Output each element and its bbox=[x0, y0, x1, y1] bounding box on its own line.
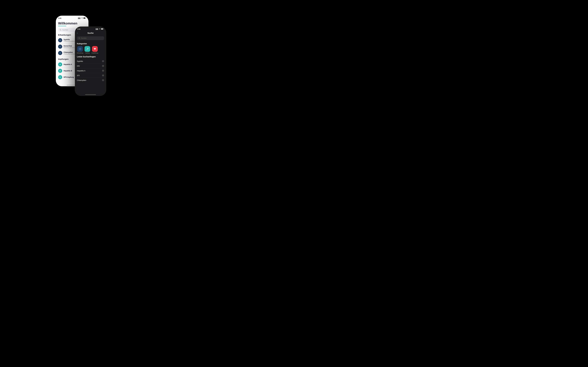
recent-item-syphilis[interactable]: Syphilis ✕ bbox=[77, 59, 104, 64]
erkrankung-label: Erkrankung bbox=[77, 52, 83, 54]
svg-line-19 bbox=[80, 39, 80, 39]
svg-point-8 bbox=[60, 46, 61, 47]
battery-icon-front bbox=[101, 28, 104, 30]
svg-point-18 bbox=[79, 38, 80, 39]
erkankungen-title: Erkankungen bbox=[58, 34, 71, 36]
syphilis-icon bbox=[58, 38, 62, 42]
status-icons-back: ▌▌▌ bbox=[78, 17, 86, 19]
vaccine-icon-1 bbox=[59, 64, 61, 65]
svg-point-10 bbox=[60, 53, 61, 53]
signal-icon: ▌▌▌ bbox=[78, 17, 81, 19]
svg-line-4 bbox=[61, 30, 61, 31]
recent-chlamydien-text: Chlamydien bbox=[77, 79, 86, 81]
categories-row: Erkrankung Impfung bbox=[77, 46, 104, 54]
svg-rect-1 bbox=[84, 18, 85, 18]
status-bar-back: 9:41 ▌▌▌ bbox=[56, 16, 88, 20]
search-page-title: Suche bbox=[87, 32, 94, 34]
scene: 9:41 ▌▌▌ bbox=[37, 10, 159, 112]
empfehlung-icon bbox=[94, 48, 96, 50]
category-impfung[interactable]: Impfung bbox=[85, 46, 90, 54]
disease-icon-2 bbox=[59, 46, 61, 48]
home-indicator-front bbox=[85, 94, 96, 95]
erkrankung-icon-wrap bbox=[77, 46, 83, 52]
time-back: 9:41 bbox=[58, 17, 61, 19]
recent-item-hiv[interactable]: HIV ✕ bbox=[77, 64, 104, 68]
recent-item-chlamydien[interactable]: Chlamydien ✕ bbox=[77, 78, 104, 83]
search-placeholder-front: Suchen bbox=[81, 37, 86, 39]
remove-sti-button[interactable]: ✕ bbox=[102, 74, 104, 76]
svg-line-22 bbox=[87, 49, 88, 49]
search-bar-front[interactable]: Suchen bbox=[77, 36, 104, 40]
category-erkrankung[interactable]: Erkrankung bbox=[77, 46, 83, 54]
battery-icon bbox=[83, 17, 86, 19]
recent-sti-text: STI bbox=[77, 75, 80, 76]
recent-hiv-text: HIV bbox=[77, 65, 80, 67]
vaccine-icon-2 bbox=[59, 70, 61, 72]
hepatitis-a-icon bbox=[58, 62, 62, 67]
remove-chlamydien-button[interactable]: ✕ bbox=[102, 79, 104, 81]
impfung-icon bbox=[86, 48, 89, 50]
empfehlung-icon-wrap bbox=[92, 46, 98, 52]
categories-title: Kategorien bbox=[77, 42, 104, 45]
erkrankung-icon bbox=[79, 48, 81, 50]
recent-syphilis-text: Syphilis bbox=[77, 60, 83, 62]
remove-hepatitis-a-button[interactable]: ✕ bbox=[102, 70, 104, 72]
gonorrhoe-icon bbox=[58, 45, 62, 49]
status-bar-front: 9:41 ▌▌▌ bbox=[75, 27, 106, 31]
wifi-icon-front bbox=[99, 28, 101, 30]
status-icons-front: ▌▌▌ bbox=[96, 28, 104, 30]
front-content: Kategorien Erkrankung bbox=[75, 41, 106, 84]
vaccine-icon-3 bbox=[59, 76, 61, 78]
hpv-icon bbox=[58, 75, 62, 79]
svg-rect-17 bbox=[103, 29, 104, 29]
welcome-title: Willkommen bbox=[58, 21, 86, 25]
remove-hiv-button[interactable]: ✕ bbox=[102, 65, 104, 67]
svg-point-6 bbox=[60, 40, 61, 41]
impfungen-title: Impfungen bbox=[58, 58, 69, 60]
impfung-label: Impfung bbox=[85, 52, 90, 54]
search-icon-front bbox=[78, 37, 80, 39]
front-top-bar: ‹ Suche bbox=[75, 31, 106, 35]
signal-icon-front: ▌▌▌ bbox=[96, 28, 98, 30]
recent-item-hepatitis-a[interactable]: Hepatitis A ✕ bbox=[77, 68, 104, 73]
back-button[interactable]: ‹ bbox=[77, 32, 78, 34]
disease-icon-1 bbox=[59, 39, 61, 41]
svg-rect-2 bbox=[86, 18, 86, 18]
phone-front: 9:41 ▌▌▌ bbox=[75, 26, 106, 96]
svg-point-3 bbox=[60, 29, 61, 30]
category-empfehlung[interactable]: Empfehlung bbox=[92, 46, 98, 54]
welcome-underline bbox=[58, 26, 66, 26]
wifi-icon bbox=[81, 17, 83, 19]
svg-point-13 bbox=[60, 70, 61, 72]
recent-title: Letzte Suchanfragen bbox=[77, 56, 104, 58]
recent-item-sti[interactable]: STI ✕ bbox=[77, 73, 104, 78]
svg-point-21 bbox=[80, 49, 80, 49]
search-placeholder-back: Suchen bbox=[62, 29, 68, 31]
empfehlung-label: Empfehlung bbox=[92, 52, 98, 54]
hepatitis-b-icon bbox=[58, 69, 62, 73]
recent-hepatitis-a-text: Hepatitis A bbox=[77, 70, 85, 72]
impfung-icon-wrap bbox=[85, 46, 90, 52]
time-front: 9:41 bbox=[78, 28, 80, 30]
svg-rect-16 bbox=[101, 29, 103, 29]
search-icon-back bbox=[60, 29, 61, 31]
disease-icon-3 bbox=[59, 52, 61, 54]
remove-syphilis-button[interactable]: ✕ bbox=[102, 60, 104, 62]
chlamydien-icon bbox=[58, 51, 62, 55]
